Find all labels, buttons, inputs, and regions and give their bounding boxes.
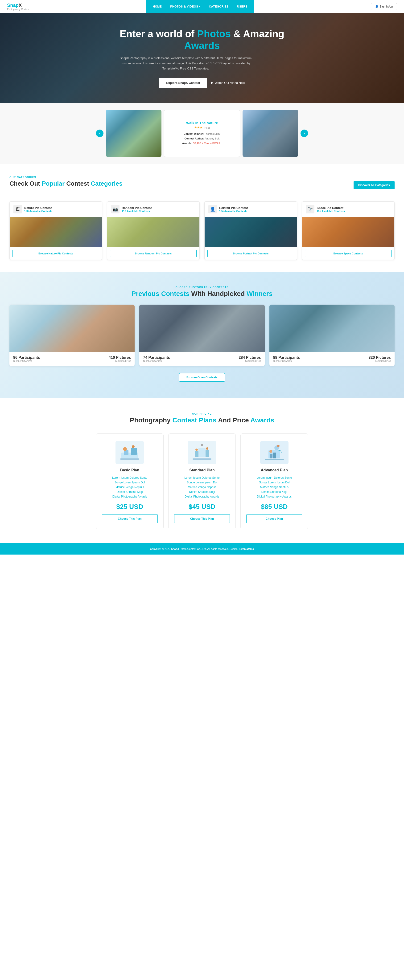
pricing-card-basic: Basic Plan Lorem Ipsum Dolores Sonte Son… [96,433,164,529]
nature-icon: 🖼 [13,205,22,213]
advanced-feature-5: Digital Photography Awards [246,495,302,498]
play-icon [211,81,213,84]
category-header-space: 🔭 Space Pic Contest 135 Available Contes… [302,202,394,217]
nav-categories[interactable]: CATEGORIES [204,0,233,13]
svg-rect-16 [270,454,273,458]
choose-basic-button[interactable]: Choose This Plan [102,514,158,523]
contest-card-1: 96 Participants Number Of Artists 410 Pi… [10,305,134,366]
contest-image-1 [10,305,134,352]
space-title: Space Pic Contest [317,206,345,210]
pricing-grid: Basic Plan Lorem Ipsum Dolores Sonte Son… [96,433,308,529]
browse-open-wrapper: Browse Open Contests [10,373,394,382]
slider-next-arrow[interactable]: › [300,130,308,137]
hero-content: Enter a world of Photos & Amazing Awards… [120,28,284,88]
video-button[interactable]: Watch Our Video Now [211,81,245,84]
hero-title: Enter a world of Photos & Amazing Awards [120,28,284,52]
svg-rect-17 [273,453,276,458]
footer-brand-link[interactable]: SnapX [171,547,179,550]
random-icon: 📷 [111,205,120,213]
basic-feature-4: Denim Sriracha Kogi [102,490,158,493]
slider-card-right [243,110,298,157]
space-icon: 🔭 [306,205,315,213]
basic-feature-3: Matrice Venga Neptuis [102,485,158,489]
nav-home[interactable]: HOME [149,0,166,13]
hero-section: Enter a world of Photos & Amazing Awards… [0,13,404,103]
basic-feature-1: Lorem Ipsum Dolores Sonte [102,476,158,479]
standard-price: $45 USD [174,503,230,511]
portrait-count: 164 Available Contests [219,210,248,213]
slider-card-featured: Walk In The Nature ★★★ (4.5) Contest Win… [164,110,240,157]
categories-header: OUR CATEGORIES Check Out Popular Contest… [10,176,394,194]
nav-users[interactable]: USERS [233,0,252,13]
advanced-features: Lorem Ipsum Dolores Sonte Songe Lorem Ip… [246,476,302,498]
pricing-card-advanced: Advanced Plan Lorem Ipsum Dolores Sonte … [240,433,308,529]
browse-nature-button[interactable]: Browse Nature Pic Contests [13,250,99,257]
random-title: Random Pic Contest [122,206,152,210]
browse-open-button[interactable]: Browse Open Contests [179,373,225,382]
nature-info: Nature Pic Contest 126 Available Contest… [24,206,52,213]
signin-button[interactable]: 👤 Sign In/Up [371,3,397,10]
logo-snap: Snap [7,3,19,8]
svg-rect-20 [265,459,284,460]
portrait-info: Portrait Pic Contest 164 Available Conte… [219,206,248,213]
explore-button[interactable]: Explore SnapX Contest [159,78,207,88]
svg-rect-10 [206,450,209,457]
svg-rect-5 [120,458,139,460]
contests-label: CLOSED PHOTOGRAPHY CONTESTS [10,286,394,289]
basic-price: $25 USD [102,503,158,511]
contest-stats-3: 88 Participants Number Of Artists 320 Pi… [270,352,394,366]
svg-point-8 [201,444,203,446]
slider-prev-arrow[interactable]: ‹ [96,130,104,137]
logo-x: X [19,3,22,8]
advanced-feature-3: Matrice Venga Neptuis [246,485,302,489]
pricing-label: OUR PRICING [10,412,394,415]
portrait-icon: 👤 [208,205,217,213]
svg-point-12 [206,447,208,450]
footer-design-link[interactable]: TemplateMo [239,547,254,550]
contest-pictures-3: 320 Pictures Submitted Pics [369,355,391,362]
basic-feature-2: Songe Lorem Ipsum Dol [102,481,158,484]
svg-point-4 [132,445,134,448]
categories-title: Check Out Popular Contest Categories [10,180,123,187]
standard-feature-4: Denim Sriracha Kogi [174,490,230,493]
choose-advanced-button[interactable]: Choose Plan [246,514,302,523]
pricing-section: OUR PRICING Photography Contest Plans An… [0,398,404,543]
browse-portrait-button[interactable]: Browse Portrait Pic Contests [208,250,294,257]
advanced-feature-2: Songe Lorem Ipsum Dol [246,481,302,484]
slider-card-left [106,110,161,157]
choose-standard-button[interactable]: Choose This Plan [174,514,230,523]
discover-all-button[interactable]: Discover All Categories [354,181,394,189]
featured-stars: ★★★ (4.5) [194,126,210,129]
logo[interactable]: SnapX Photography Contest [7,3,29,11]
svg-rect-13 [193,458,211,460]
categories-grid: 🖼 Nature Pic Contest 126 Available Conte… [10,201,394,260]
advanced-illustration [260,441,289,465]
advanced-price: $85 USD [246,503,302,511]
contests-title: Previous Contests With Handpicked Winner… [10,290,394,298]
featured-info: Contest Winner: Thomas Eddy Contest Auth… [182,132,222,146]
contest-participants-1: 96 Participants Number Of Artists [13,355,40,362]
contest-card-3: 88 Participants Number Of Artists 320 Pi… [270,305,394,366]
random-image [107,217,200,247]
basic-features: Lorem Ipsum Dolores Sonte Songe Lorem Ip… [102,476,158,498]
contest-participants-2: 74 Participants Number Of Artists [143,355,170,362]
contests-section: CLOSED PHOTOGRAPHY CONTESTS Previous Con… [0,272,404,398]
category-card-portrait: 👤 Portrait Pic Contest 164 Available Con… [204,201,297,260]
pricing-title: Photography Contest Plans And Price Awar… [10,417,394,424]
user-icon: 👤 [375,5,378,8]
categories-heading: OUR CATEGORIES Check Out Popular Contest… [10,176,123,194]
browse-space-button[interactable]: Browse Space Contests [305,250,392,257]
basic-svg [119,443,140,462]
category-card-nature: 🖼 Nature Pic Contest 126 Available Conte… [10,201,102,260]
advanced-svg [264,443,285,462]
portrait-title: Portrait Pic Contest [219,206,248,210]
standard-feature-5: Digital Photography Awards [174,495,230,498]
standard-svg [192,443,212,462]
nav-photos[interactable]: PHOTOS & VIDEOS ▾ [166,0,204,13]
advanced-plan-name: Advanced Plan [246,468,302,473]
contest-stats-1: 96 Participants Number Of Artists 410 Pi… [10,352,134,366]
contest-pictures-1: 410 Pictures Submitted Pics [109,355,131,362]
standard-feature-3: Matrice Venga Neptuis [174,485,230,489]
main-nav: HOME PHOTOS & VIDEOS ▾ CATEGORIES USERS [146,0,254,13]
browse-random-button[interactable]: Browse Random Pic Contests [110,250,197,257]
